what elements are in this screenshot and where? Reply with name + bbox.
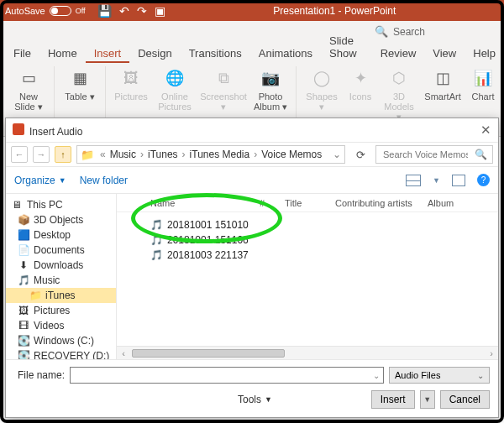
tools-button[interactable]: Tools ▼ (238, 394, 272, 405)
tab-transitions[interactable]: Transitions (181, 44, 250, 63)
autosave-state: Off (76, 7, 86, 15)
redo-icon[interactable]: ↷ (137, 4, 147, 18)
search-placeholder: Search (393, 26, 425, 38)
tab-home[interactable]: Home (39, 44, 86, 63)
document-title: Presentation1 - PowerPoint (165, 5, 504, 17)
dialog-toolbar: Organize ▼ New folder ▼ ? (6, 167, 498, 194)
tree-3d-objects[interactable]: 📦3D Objects (6, 212, 116, 227)
insert-dropdown-button[interactable]: ▼ (420, 390, 435, 409)
undo-icon[interactable]: ↶ (119, 4, 129, 18)
file-row[interactable]: 🎵20181001 151106 (150, 232, 498, 248)
search-folder-input[interactable]: 🔍 (375, 145, 493, 164)
file-type-select[interactable]: Audio Files⌄ (389, 367, 490, 384)
col-album[interactable]: Album (428, 198, 478, 208)
tree-documents[interactable]: 📄Documents (6, 243, 116, 258)
insert-button[interactable]: Insert (371, 390, 415, 409)
dialog-title: Insert Audio (29, 126, 82, 138)
dialog-footer: File name: ⌄ Audio Files⌄ Tools ▼ Insert… (6, 359, 498, 417)
file-row[interactable]: 🎵20181001 151010 (150, 217, 498, 232)
tree-music[interactable]: 🎵Music (6, 273, 116, 288)
tab-slideshow[interactable]: Slide Show (321, 31, 372, 63)
autosave-label: AutoSave (5, 6, 45, 16)
shapes-icon: ◯ (310, 66, 333, 90)
back-button[interactable]: ← (11, 146, 28, 163)
screenshot-icon: ⧉ (212, 66, 235, 90)
col-contributing[interactable]: Contributing artists (335, 198, 428, 208)
audio-file-icon: 🎵 (150, 249, 162, 261)
breadcrumb[interactable]: 📁 « Music› iTunes› iTunes Media› Voice M… (76, 145, 345, 164)
audio-file-icon: 🎵 (150, 219, 162, 231)
tree-desktop[interactable]: 🟦Desktop (6, 227, 116, 243)
folder-tree[interactable]: 🖥This PC 📦3D Objects 🟦Desktop 📄Documents… (6, 194, 117, 359)
tab-insert[interactable]: Insert (86, 44, 130, 63)
titlebar: AutoSave Off 💾 ↶ ↷ ▣ Presentation1 - Pow… (0, 0, 504, 21)
new-folder-button[interactable]: New folder (80, 175, 128, 186)
forward-button[interactable]: → (33, 146, 50, 163)
icons-icon: ✦ (349, 66, 372, 90)
new-slide-icon: ▭ (17, 66, 40, 90)
chart-icon: 📊 (471, 66, 495, 90)
searchbar: 🔍 Search (0, 21, 504, 42)
icons-button[interactable]: ✦ Icons (345, 66, 375, 102)
search-folder-field[interactable] (381, 149, 470, 160)
folder-icon: 📁 (81, 149, 94, 161)
close-icon[interactable]: ✕ (480, 123, 491, 138)
new-slide-button[interactable]: ▭ New Slide ▾ (10, 66, 47, 112)
refresh-button[interactable]: ⟳ (350, 149, 370, 161)
save-icon[interactable]: 💾 (97, 4, 112, 18)
tab-review[interactable]: Review (372, 44, 425, 63)
tab-view[interactable]: View (424, 44, 465, 63)
powerpoint-icon (13, 123, 24, 135)
tab-animations[interactable]: Animations (250, 44, 321, 63)
column-headers[interactable]: Name # Title Contributing artists Album (117, 194, 498, 212)
file-name-input[interactable]: ⌄ (70, 367, 384, 384)
horizontal-scrollbar[interactable]: ‹› (117, 346, 498, 359)
file-rows: 🎵20181001 151010 🎵20181001 151106 🎵20181… (117, 212, 498, 346)
cube-icon: ⬡ (387, 66, 411, 90)
ribbon-tabs: File Home Insert Design Transitions Anim… (0, 42, 504, 63)
col-name[interactable]: Name (150, 198, 260, 208)
table-icon: ▦ (68, 66, 92, 90)
search-box[interactable]: 🔍 Search (375, 21, 425, 42)
toggle-switch-icon (50, 6, 71, 16)
tree-pictures[interactable]: 🖼Pictures (6, 303, 116, 318)
search-icon: 🔍 (475, 149, 487, 160)
shapes-button[interactable]: ◯ Shapes ▾ (303, 66, 340, 112)
tree-downloads[interactable]: ⬇Downloads (6, 258, 116, 273)
search-icon: 🔍 (375, 25, 388, 38)
pictures-icon: 🖼 (119, 66, 143, 90)
3d-models-button[interactable]: ⬡ 3D Models ▾ (381, 66, 417, 122)
tab-help[interactable]: Help (465, 44, 504, 63)
cancel-button[interactable]: Cancel (440, 390, 490, 409)
tree-itunes[interactable]: 📁iTunes (6, 288, 116, 303)
tree-this-pc[interactable]: 🖥This PC (6, 197, 116, 212)
file-row[interactable]: 🎵20181003 221137 (150, 248, 498, 263)
slideshow-icon[interactable]: ▣ (155, 4, 165, 18)
tree-videos[interactable]: 🎞Videos (6, 318, 116, 333)
organize-button[interactable]: Organize ▼ (14, 175, 66, 186)
tab-design[interactable]: Design (129, 44, 180, 63)
up-button[interactable]: ↑ (55, 146, 71, 163)
tree-windows-c[interactable]: 💽Windows (C:) (6, 333, 116, 348)
smartart-icon: ◫ (431, 66, 454, 90)
preview-pane-icon[interactable] (452, 175, 465, 186)
table-button[interactable]: ▦ Table ▾ (61, 66, 98, 102)
view-options-icon[interactable] (406, 175, 421, 186)
col-number[interactable]: # (260, 198, 285, 208)
smartart-button[interactable]: ◫ SmartArt (423, 66, 463, 102)
chart-button[interactable]: 📊 Chart (468, 66, 498, 102)
dialog-nav: ← → ↑ 📁 « Music› iTunes› iTunes Media› V… (6, 142, 498, 167)
pictures-button[interactable]: 🖼 Pictures (113, 66, 150, 102)
screenshot-button[interactable]: ⧉ Screenshot ▾ (200, 66, 247, 112)
help-icon[interactable]: ? (477, 174, 490, 186)
col-title[interactable]: Title (285, 198, 335, 208)
tree-recovery-d[interactable]: 💽RECOVERY (D:) (6, 348, 116, 359)
tab-file[interactable]: File (5, 44, 39, 63)
autosave-toggle[interactable]: AutoSave Off (5, 6, 86, 16)
file-name-label: File name: (14, 369, 65, 381)
photo-album-button[interactable]: 📷 Photo Album ▾ (252, 66, 289, 112)
online-pictures-button[interactable]: 🌐 Online Pictures (155, 66, 195, 112)
insert-audio-dialog: Insert Audio ✕ ← → ↑ 📁 « Music› iTunes› … (5, 118, 499, 418)
photo-album-icon: 📷 (259, 66, 282, 90)
online-pictures-icon: 🌐 (163, 66, 186, 90)
